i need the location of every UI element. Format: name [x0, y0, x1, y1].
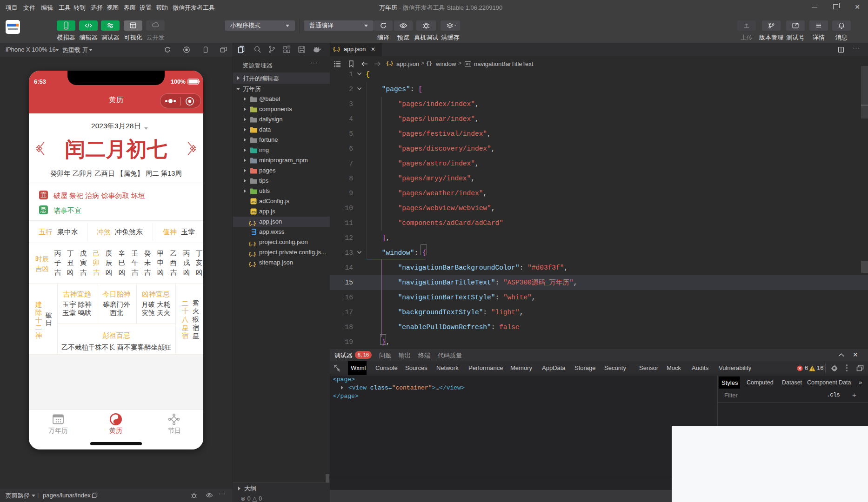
svg-text:JS: JS [251, 210, 256, 214]
svg-text:JS: JS [251, 200, 256, 204]
